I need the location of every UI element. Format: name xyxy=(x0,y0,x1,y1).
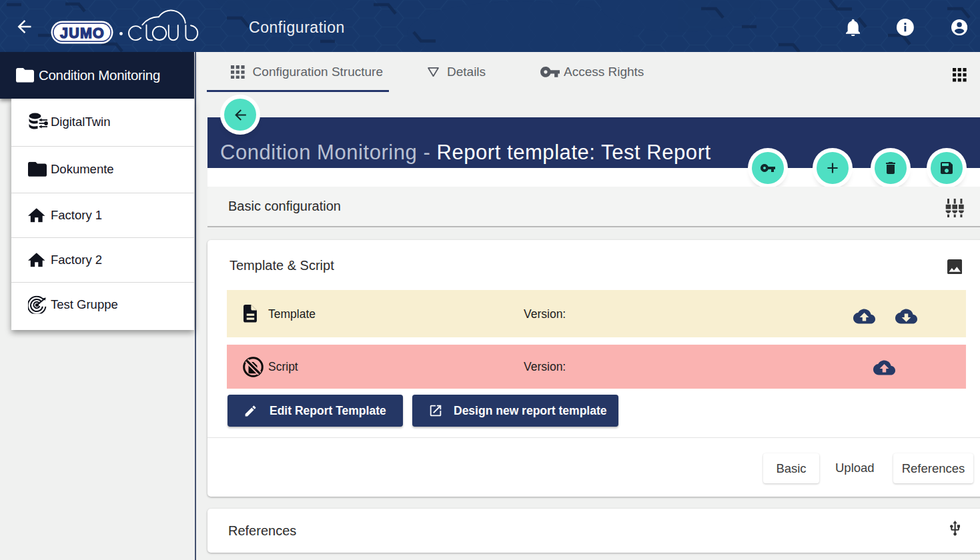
svg-text:JUMO: JUMO xyxy=(60,25,105,41)
